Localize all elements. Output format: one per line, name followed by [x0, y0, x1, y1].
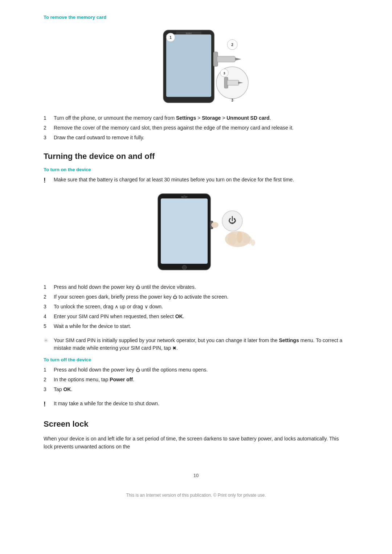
svg-rect-20: [161, 198, 208, 264]
tip-icon: ✳: [44, 336, 54, 345]
exclamation-icon: !: [44, 176, 54, 185]
turn-off-step-2: 2 In the options menu, tap Power off.: [44, 376, 348, 383]
footer-note: This is an Internet version of this publ…: [44, 493, 348, 498]
footer: 10 This is an Internet version of this p…: [44, 473, 348, 498]
screen-lock-text: When your device is on and left idle for…: [44, 435, 348, 451]
turn-off-subsection: To turn off the device 1 Press and hold …: [44, 357, 348, 409]
remove-memory-card-heading: To remove the memory card: [44, 15, 348, 20]
remove-card-image: SONY 1 2 3: [44, 26, 348, 106]
turn-off-heading: To turn off the device: [44, 357, 348, 362]
svg-text:3: 3: [231, 98, 233, 102]
turn-off-step-1: 1 Press and hold down the power key ⏻ un…: [44, 366, 348, 374]
turn-on-subsection: To turn on the device ! Make sure that t…: [44, 167, 348, 352]
turn-on-svg: SONY ⏻: [131, 192, 261, 275]
svg-point-29: [237, 231, 242, 243]
svg-rect-1: [166, 34, 211, 97]
remove-memory-card-section: To remove the memory card SONY 1: [44, 15, 348, 141]
turn-on-step-4: 4 Enter your SIM card PIN when requested…: [44, 313, 348, 320]
svg-point-28: [228, 232, 237, 245]
turn-on-step-2: 2 If your screen goes dark, briefly pres…: [44, 293, 348, 301]
svg-text:2: 2: [231, 43, 233, 47]
remove-card-steps: 1 Turn off the phone, or unmount the mem…: [44, 114, 348, 141]
page: To remove the memory card SONY 1: [0, 0, 392, 554]
exclamation-icon-2: !: [44, 399, 54, 409]
remove-step-3: 3 Draw the card outward to remove it ful…: [44, 134, 348, 141]
turn-off-steps: 1 Press and hold down the power key ⏻ un…: [44, 366, 348, 393]
svg-marker-8: [235, 58, 241, 61]
turn-on-tip: ✳ Your SIM card PIN is initially supplie…: [44, 337, 348, 352]
turn-on-step-3: 3 To unlock the screen, drag ∧ up or dra…: [44, 303, 348, 311]
svg-point-22: [183, 195, 185, 197]
turn-on-step-1: 1 Press and hold down the power key ⏻ un…: [44, 283, 348, 291]
tip-text: Your SIM card PIN is initially supplied …: [54, 337, 348, 352]
page-number: 10: [44, 473, 348, 478]
turn-on-step-5: 5 Wait a while for the device to start.: [44, 323, 348, 330]
turn-off-step-3: 3 Tap OK.: [44, 386, 348, 393]
svg-rect-13: [227, 80, 239, 85]
svg-text:⏻: ⏻: [228, 216, 236, 225]
screen-lock-title: Screen lock: [44, 419, 348, 429]
turn-off-note: ! It may take a while for the device to …: [44, 400, 348, 409]
turn-on-image: SONY ⏻: [44, 192, 348, 275]
turn-on-heading: To turn on the device: [44, 167, 348, 172]
remove-card-svg: SONY 1 2 3: [134, 26, 258, 106]
turn-on-note: ! Make sure that the battery is charged …: [44, 176, 348, 185]
turning-device-title: Turning the device on and off: [44, 152, 348, 161]
turn-on-note-text: Make sure that the battery is charged fo…: [54, 176, 294, 184]
turn-on-steps: 1 Press and hold down the power key ⏻ un…: [44, 283, 348, 330]
turning-device-section: Turning the device on and off To turn on…: [44, 152, 348, 409]
svg-text:3: 3: [223, 71, 225, 75]
svg-point-30: [242, 234, 248, 243]
remove-step-1: 1 Turn off the phone, or unmount the mem…: [44, 114, 348, 122]
remove-step-2: 2 Remove the cover of the memory card sl…: [44, 124, 348, 132]
svg-rect-7: [217, 56, 235, 62]
svg-text:SONY: SONY: [185, 32, 192, 34]
svg-point-33: [211, 222, 219, 228]
svg-point-32: [251, 239, 255, 246]
turn-off-note-text: It may take a while for the device to sh…: [54, 400, 159, 407]
svg-text:1: 1: [170, 36, 172, 40]
screen-lock-section: Screen lock When your device is on and l…: [44, 419, 348, 451]
svg-point-23: [182, 265, 187, 270]
